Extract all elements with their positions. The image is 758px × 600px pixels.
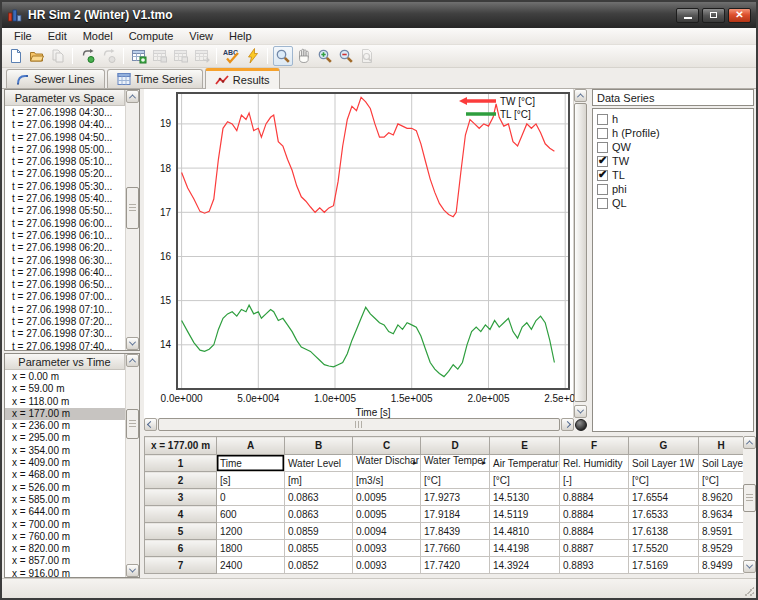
list-item[interactable]: x = 857.00 m xyxy=(5,555,125,567)
column-header-D[interactable]: D xyxy=(421,437,490,455)
checkbox-checked-icon[interactable]: ✔ xyxy=(597,156,608,167)
scroll-thumb[interactable] xyxy=(158,418,560,431)
data-series-item-phi[interactable]: phi xyxy=(593,182,753,196)
space-list-scrollbar[interactable] xyxy=(125,90,139,350)
column-header-F[interactable]: F xyxy=(560,437,629,455)
column-header-C[interactable]: C xyxy=(353,437,421,455)
row-header-6[interactable]: 6 xyxy=(145,540,217,557)
menu-compute[interactable]: Compute xyxy=(121,29,182,43)
data-series-item-h[interactable]: h xyxy=(593,112,753,126)
table-cell[interactable]: [°C] xyxy=(629,472,699,489)
table-cell[interactable]: 0.8887 xyxy=(560,540,629,557)
scroll-right-button[interactable] xyxy=(561,418,574,431)
chart-vertical-scrollbar[interactable] xyxy=(574,89,588,418)
data-series-item-qw[interactable]: QW xyxy=(593,140,753,154)
scroll-down-button[interactable] xyxy=(574,405,587,418)
table-add-button[interactable] xyxy=(129,46,149,66)
table-cell[interactable]: Soil Laye xyxy=(699,455,744,472)
table-cell[interactable]: Water Level xyxy=(285,455,353,472)
scroll-up-button[interactable] xyxy=(574,89,587,102)
list-item[interactable]: t = 27.06.1998 04:50... xyxy=(5,132,125,144)
list-item[interactable]: x = 760.00 m xyxy=(5,531,125,543)
table-cell[interactable]: 0.8884 xyxy=(560,506,629,523)
list-item[interactable]: x = 644.00 m xyxy=(5,506,125,518)
resize-grip-icon[interactable] xyxy=(744,586,754,596)
table-cell[interactable]: 1200 xyxy=(217,523,285,540)
list-item[interactable]: t = 27.06.1998 05:40... xyxy=(5,193,125,205)
splitter-knob[interactable] xyxy=(574,418,588,432)
list-item[interactable]: x = 585.00 m xyxy=(5,494,125,506)
list-item[interactable]: t = 27.06.1998 07:10... xyxy=(5,304,125,316)
table-cell[interactable]: 0.0852 xyxy=(285,557,353,574)
menu-file[interactable]: File xyxy=(6,29,40,43)
table-cell[interactable]: 14.3924 xyxy=(490,557,560,574)
data-series-item-ql[interactable]: QL xyxy=(593,196,753,210)
data-series-item-h-profile-[interactable]: h (Profile) xyxy=(593,126,753,140)
tab-sewer-lines[interactable]: Sewer Lines xyxy=(6,69,105,88)
list-item[interactable]: t = 27.06.1998 06:10... xyxy=(5,230,125,242)
table-cell[interactable]: Soil Layer 1W xyxy=(629,455,699,472)
results-chart[interactable]: 0.0e+0005.0e+0041.0e+0051.5e+0052.0e+005… xyxy=(144,89,574,418)
menu-view[interactable]: View xyxy=(181,29,221,43)
list-item[interactable]: x = 236.00 m xyxy=(5,420,125,432)
column-header-A[interactable]: A xyxy=(217,437,285,455)
table-cell[interactable]: 0.0095 xyxy=(353,489,421,506)
list-item[interactable]: t = 27.06.1998 05:30... xyxy=(5,181,125,193)
row-header-3[interactable]: 3 xyxy=(145,489,217,506)
list-item[interactable]: t = 27.06.1998 07:20... xyxy=(5,316,125,328)
close-button[interactable]: ✕ xyxy=(728,8,751,23)
tab-results[interactable]: Results xyxy=(205,68,280,89)
table-cell[interactable]: 0.0863 xyxy=(285,506,353,523)
row-header-1[interactable]: 1 xyxy=(145,455,217,472)
table-cell[interactable]: 17.5169 xyxy=(629,557,699,574)
table-cell[interactable]: [m] xyxy=(285,472,353,489)
list-item[interactable]: x = 409.00 m xyxy=(5,457,125,469)
tab-time-series[interactable]: Time Series xyxy=(107,69,203,88)
table-cell[interactable]: 8.9634 xyxy=(699,506,744,523)
add-node-button[interactable] xyxy=(78,46,98,66)
zoom-select-button[interactable] xyxy=(273,46,293,66)
table-cell[interactable]: 0.0093 xyxy=(353,557,421,574)
maximize-button[interactable] xyxy=(702,8,725,23)
table-cell[interactable]: [°C] xyxy=(490,472,560,489)
table-cell[interactable]: 14.4810 xyxy=(490,523,560,540)
parameter-vs-time-header[interactable]: Parameter vs Time xyxy=(5,354,125,370)
table-cell[interactable]: 8.9499 xyxy=(699,557,744,574)
table-cell[interactable]: 8.9591 xyxy=(699,523,744,540)
list-item[interactable]: t = 27.06.1998 06:00... xyxy=(5,218,125,230)
list-item[interactable]: t = 27.06.1998 05:50... xyxy=(5,205,125,217)
scroll-up-button[interactable] xyxy=(126,354,139,367)
row-header-4[interactable]: 4 xyxy=(145,506,217,523)
checkbox-icon[interactable] xyxy=(597,114,608,125)
table-vertical-scrollbar[interactable] xyxy=(743,436,757,573)
menu-help[interactable]: Help xyxy=(221,29,260,43)
list-item[interactable]: x = 59.00 m xyxy=(5,383,125,395)
table-cell[interactable]: 0.0859 xyxy=(285,523,353,540)
table-cell[interactable]: 14.5130 xyxy=(490,489,560,506)
minimize-button[interactable] xyxy=(676,8,699,23)
list-item[interactable]: x = 118.00 m xyxy=(5,396,125,408)
list-item[interactable]: t = 27.06.1998 07:00... xyxy=(5,291,125,303)
open-file-button[interactable] xyxy=(27,46,47,66)
table-cell[interactable]: Rel. Humidity xyxy=(560,455,629,472)
compute-lightning-button[interactable] xyxy=(243,46,263,66)
list-item[interactable]: t = 27.06.1998 07:40... xyxy=(5,341,125,350)
zoom-in-button[interactable] xyxy=(315,46,335,66)
table-cell[interactable]: 0.0855 xyxy=(285,540,353,557)
scroll-down-button[interactable] xyxy=(126,337,139,350)
list-item[interactable]: t = 27.06.1998 06:50... xyxy=(5,279,125,291)
zoom-out-button[interactable] xyxy=(336,46,356,66)
scroll-thumb[interactable] xyxy=(743,484,756,512)
list-item[interactable]: x = 526.00 m xyxy=(5,482,125,494)
column-header-E[interactable]: E xyxy=(490,437,560,455)
column-header-H[interactable]: H xyxy=(699,437,744,455)
table-cell[interactable]: 0.0095 xyxy=(353,506,421,523)
checkbox-icon[interactable] xyxy=(597,184,608,195)
scroll-thumb[interactable] xyxy=(126,187,139,229)
table-cell[interactable]: 0 xyxy=(217,489,285,506)
table-cell[interactable]: [s] xyxy=(217,472,285,489)
list-item[interactable]: t = 27.06.1998 05:20... xyxy=(5,168,125,180)
list-item[interactable]: t = 27.06.1998 06:30... xyxy=(5,255,125,267)
table-cell[interactable]: 8.9620 xyxy=(699,489,744,506)
table-cell[interactable]: 17.8439 xyxy=(421,523,490,540)
